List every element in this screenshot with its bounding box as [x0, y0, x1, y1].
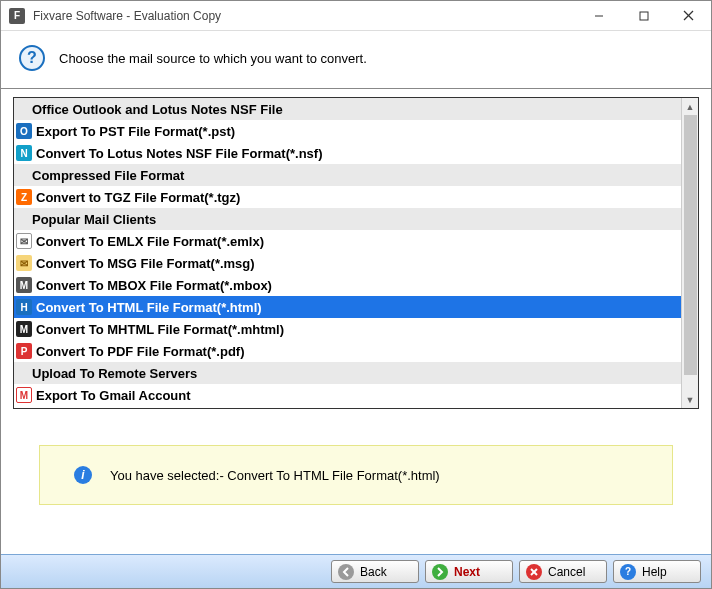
list-item-label: Export To PST File Format(*.pst) — [36, 124, 235, 139]
list-item[interactable]: ✉Convert To EMLX File Format(*.emlx) — [14, 230, 681, 252]
back-icon — [338, 564, 354, 580]
question-icon: ? — [19, 45, 45, 71]
help-icon: ? — [620, 564, 636, 580]
list-item[interactable]: ZConvert to TGZ File Format(*.tgz) — [14, 186, 681, 208]
cancel-button-label: Cancel — [548, 565, 585, 579]
window-title: Fixvare Software - Evaluation Copy — [33, 9, 221, 23]
list-item[interactable]: NConvert To Lotus Notes NSF File Format(… — [14, 142, 681, 164]
list-item-label: Convert To PDF File Format(*.pdf) — [36, 344, 244, 359]
tgz-icon: Z — [16, 189, 32, 205]
nsf-icon: N — [16, 145, 32, 161]
format-list-container: Office Outlook and Lotus Notes NSF FileO… — [13, 97, 699, 409]
divider — [1, 88, 711, 89]
app-icon: F — [9, 8, 25, 24]
selection-message: You have selected:- Convert To HTML File… — [110, 468, 440, 483]
help-button[interactable]: ? Help — [613, 560, 701, 583]
instruction-text: Choose the mail source to which you want… — [59, 51, 367, 66]
mhtml-icon: M — [16, 321, 32, 337]
list-item-label: Convert To EMLX File Format(*.emlx) — [36, 234, 264, 249]
list-item[interactable]: PConvert To PDF File Format(*.pdf) — [14, 340, 681, 362]
instruction-header: ? Choose the mail source to which you wa… — [1, 31, 711, 87]
back-button[interactable]: Back — [331, 560, 419, 583]
maximize-icon — [639, 11, 649, 21]
close-icon — [683, 10, 694, 21]
scroll-down-button[interactable]: ▼ — [682, 391, 698, 408]
list-item-label: Export To Gmail Account — [36, 388, 191, 403]
info-icon: i — [74, 466, 92, 484]
next-button[interactable]: Next — [425, 560, 513, 583]
svg-rect-1 — [640, 12, 648, 20]
selection-info-panel: i You have selected:- Convert To HTML Fi… — [39, 445, 673, 505]
list-item-label: Convert To MHTML File Format(*.mhtml) — [36, 322, 284, 337]
emlx-icon: ✉ — [16, 233, 32, 249]
format-list[interactable]: Office Outlook and Lotus Notes NSF FileO… — [14, 98, 681, 408]
msg-icon: ✉ — [16, 255, 32, 271]
next-button-label: Next — [454, 565, 480, 579]
outlook-icon: O — [16, 123, 32, 139]
list-group-header: Office Outlook and Lotus Notes NSF File — [14, 98, 681, 120]
scroll-up-button[interactable]: ▲ — [682, 98, 698, 115]
list-item[interactable]: ✉Convert To MSG File Format(*.msg) — [14, 252, 681, 274]
cancel-icon — [526, 564, 542, 580]
list-item[interactable]: HConvert To HTML File Format(*.html) — [14, 296, 681, 318]
list-group-header: Upload To Remote Servers — [14, 362, 681, 384]
cancel-button[interactable]: Cancel — [519, 560, 607, 583]
back-button-label: Back — [360, 565, 387, 579]
list-item-label: Convert To MBOX File Format(*.mbox) — [36, 278, 272, 293]
list-item-label: Convert to TGZ File Format(*.tgz) — [36, 190, 240, 205]
help-button-label: Help — [642, 565, 667, 579]
title-bar: F Fixvare Software - Evaluation Copy — [1, 1, 711, 31]
list-group-header: Compressed File Format — [14, 164, 681, 186]
next-icon — [432, 564, 448, 580]
mbox-icon: M — [16, 277, 32, 293]
list-item[interactable]: MConvert To MBOX File Format(*.mbox) — [14, 274, 681, 296]
list-item-label: Convert To Lotus Notes NSF File Format(*… — [36, 146, 323, 161]
list-item-label: Convert To MSG File Format(*.msg) — [36, 256, 255, 271]
bottom-button-bar: Back Next Cancel ? Help — [1, 554, 711, 588]
list-item[interactable]: MExport To Gmail Account — [14, 384, 681, 406]
html-icon: H — [16, 299, 32, 315]
gmail-icon: M — [16, 387, 32, 403]
list-item[interactable]: OExport To PST File Format(*.pst) — [14, 120, 681, 142]
maximize-button[interactable] — [621, 1, 666, 30]
list-item[interactable]: MConvert To MHTML File Format(*.mhtml) — [14, 318, 681, 340]
list-group-header: Popular Mail Clients — [14, 208, 681, 230]
minimize-button[interactable] — [576, 1, 621, 30]
scrollbar[interactable]: ▲ ▼ — [681, 98, 698, 408]
pdf-icon: P — [16, 343, 32, 359]
list-item-label: Convert To HTML File Format(*.html) — [36, 300, 262, 315]
scroll-thumb[interactable] — [684, 115, 697, 375]
minimize-icon — [594, 11, 604, 21]
close-button[interactable] — [666, 1, 711, 30]
